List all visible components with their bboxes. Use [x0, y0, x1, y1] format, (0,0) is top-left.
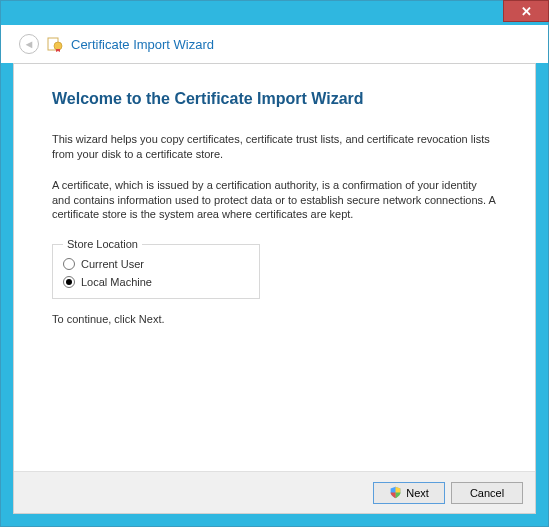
- cancel-button[interactable]: Cancel: [451, 482, 523, 504]
- next-label: Next: [406, 487, 429, 499]
- radio-icon: [63, 258, 75, 270]
- shield-icon: [389, 486, 402, 499]
- close-button[interactable]: ✕: [503, 0, 549, 22]
- radio-icon: [63, 276, 75, 288]
- back-button: ◄: [19, 34, 39, 54]
- store-location-legend: Store Location: [63, 238, 142, 250]
- back-arrow-icon: ◄: [24, 38, 35, 50]
- explain-text: A certificate, which is issued by a cert…: [52, 178, 497, 223]
- radio-local-machine[interactable]: Local Machine: [63, 276, 249, 288]
- intro-text: This wizard helps you copy certificates,…: [52, 132, 497, 162]
- title-bar: ✕: [1, 1, 548, 25]
- radio-label: Local Machine: [81, 276, 152, 288]
- radio-current-user[interactable]: Current User: [63, 258, 249, 270]
- page-heading: Welcome to the Certificate Import Wizard: [52, 90, 497, 108]
- header-strip: ◄ Certificate Import Wizard: [1, 25, 548, 63]
- cancel-label: Cancel: [470, 487, 504, 499]
- close-icon: ✕: [521, 4, 532, 19]
- next-button[interactable]: Next: [373, 482, 445, 504]
- store-location-group: Store Location Current User Local Machin…: [52, 238, 260, 299]
- svg-point-1: [54, 42, 62, 50]
- certificate-icon: [47, 36, 63, 52]
- radio-label: Current User: [81, 258, 144, 270]
- continue-hint: To continue, click Next.: [52, 313, 497, 325]
- footer-bar: Next Cancel: [14, 471, 535, 513]
- wizard-window: ✕ ◄ Certificate Import Wizard Welcome to…: [0, 0, 549, 527]
- content-pane: Welcome to the Certificate Import Wizard…: [13, 63, 536, 514]
- header-title: Certificate Import Wizard: [71, 37, 214, 52]
